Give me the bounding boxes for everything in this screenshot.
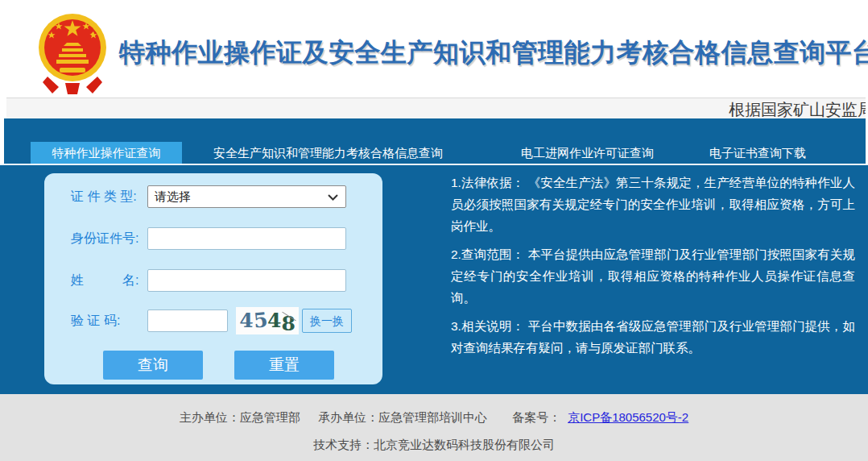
captcha-digit: 4: [267, 307, 281, 334]
query-button[interactable]: 查询: [103, 351, 203, 380]
name-input[interactable]: [147, 269, 346, 292]
info-paragraph-legal-basis: 1.法律依据： 《安全生产法》第三十条规定，生产经营单位的特种作业人员必须按照国…: [451, 172, 855, 237]
tab-e-cert-download[interactable]: 电子证书查询下载: [709, 142, 806, 164]
chevron-down-icon: [328, 194, 338, 201]
footer-organizer: 承办单位：应急管理部培训中心: [318, 410, 487, 424]
footer-org-line: 主办单位：应急管理部 承办单位：应急管理部培训中心 备案号：京ICP备18056…: [0, 394, 868, 426]
captcha-digit: 5: [252, 306, 269, 335]
legal-info-block: 1.法律依据： 《安全生产法》第三十条规定，生产经营单位的特种作业人员必须按照国…: [451, 172, 855, 365]
id-number-input[interactable]: [147, 227, 346, 250]
footer: 主办单位：应急管理部 承办单位：应急管理部培训中心 备案号：京ICP备18056…: [0, 394, 868, 461]
captcha-digit: 4: [239, 307, 253, 334]
footer-tech-support: 技术支持：北京竞业达数码科技股份有限公司: [0, 438, 868, 453]
tab-special-operation-cert-query[interactable]: 特种作业操作证查询: [31, 142, 182, 164]
footer-icp-label: 备案号：: [512, 410, 560, 424]
cert-type-select[interactable]: 请选择: [147, 185, 346, 208]
icp-record-link[interactable]: 京ICP备18056520号-2: [568, 410, 688, 424]
tab-electrician-permit-query[interactable]: 电工进网作业许可证查询: [521, 142, 654, 164]
name-label: 姓 名:: [71, 269, 151, 292]
marquee-text: 根据国家矿山安监局: [729, 99, 866, 118]
reset-button[interactable]: 重置: [234, 351, 334, 380]
query-form-panel: 证 件 类 型: 请选择 身份证件号: 姓 名: 验 证 码: 4548 换一换…: [44, 173, 382, 384]
captcha-refresh-button[interactable]: 换一换: [302, 309, 352, 333]
info-paragraph-query-scope: 2.查询范围： 本平台提供由应急管理部门及行业管理部门按照国家有关规定经专门的安…: [451, 243, 855, 309]
cert-type-selected-value: 请选择: [155, 189, 191, 203]
page: 特种作业操作证及安全生产知识和管理能力考核合格信息查询平台 根据国家矿山安监局 …: [0, 0, 868, 461]
cert-type-label: 证 件 类 型:: [71, 185, 151, 208]
footer-host: 主办单位：应急管理部: [180, 410, 300, 424]
main-content: 证 件 类 型: 请选择 身份证件号: 姓 名: 验 证 码: 4548 换一换…: [0, 165, 868, 394]
tab-safety-knowledge-query[interactable]: 安全生产知识和管理能力考核合格信息查询: [213, 142, 443, 164]
notice-bar: 根据国家矿山安监局: [6, 98, 866, 118]
captcha-image[interactable]: 4548: [236, 307, 299, 334]
page-title: 特种作业操作证及安全生产知识和管理能力考核合格信息查询平台: [119, 35, 868, 71]
nav-bar: 特种作业操作证查询 安全生产知识和管理能力考核合格信息查询 电工进网作业许可证查…: [4, 118, 866, 164]
national-emblem-icon: [36, 9, 109, 95]
captcha-digit: 8: [281, 310, 295, 338]
header: 特种作业操作证及安全生产知识和管理能力考核合格信息查询平台: [0, 0, 868, 98]
captcha-label: 验 证 码:: [71, 309, 151, 332]
id-number-label: 身份证件号:: [71, 227, 151, 250]
captcha-input[interactable]: [147, 309, 228, 332]
info-paragraph-notes: 3.相关说明： 平台中数据由各省级应急管理部门及行业管理部门提供，如对查询结果存…: [451, 315, 855, 359]
footer-icp: 备案号：京ICP备18056520号-2: [505, 410, 688, 424]
